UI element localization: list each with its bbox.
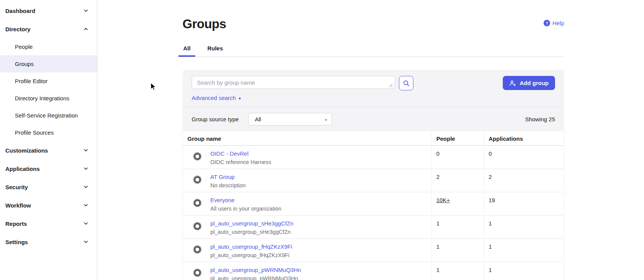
showing-count: Showing 25 [525, 116, 555, 122]
advanced-search-link[interactable]: Advanced search [192, 95, 413, 107]
group-description: OIDC reference Harness [210, 159, 271, 165]
group-icon [192, 151, 202, 161]
table-row: pl_auto_usergroup_fHqZKzX9Fi pl_auto_use… [183, 239, 564, 262]
chevron-down-icon [83, 203, 89, 208]
column-header-applications: Applications [484, 131, 564, 145]
tab-all[interactable]: All [182, 45, 191, 56]
group-description: pl_auto_usergroup_pWRNMuQ3Hn [210, 275, 301, 280]
sidebar-item-label: People [15, 43, 33, 50]
help-label: Help [552, 20, 564, 26]
sidebar-item-reports[interactable]: Reports [0, 214, 97, 233]
applications-count: 1 [484, 262, 564, 280]
applications-count: 19 [484, 192, 564, 215]
sidebar-item-label: Directory Integrations [15, 95, 69, 101]
people-count: 1 [432, 216, 484, 238]
advanced-search-label: Advanced search [192, 95, 236, 101]
sidebar-item-label: Reports [5, 220, 27, 227]
sidebar-item-label: Dashboard [5, 8, 35, 14]
search-button[interactable] [399, 76, 413, 90]
applications-count: 1 [484, 239, 564, 262]
chevron-down-icon [83, 239, 89, 245]
sidebar-item-security[interactable]: Security [0, 178, 97, 196]
people-count: 1 [432, 262, 484, 280]
group-source-type-label: Group source type [192, 116, 239, 122]
group-description: No description [210, 182, 246, 188]
sidebar-item-profile-sources[interactable]: Profile Sources [0, 124, 97, 141]
sidebar-item-directory[interactable]: Directory [0, 20, 97, 38]
sidebar-item-label: Profile Sources [15, 129, 54, 136]
sidebar-item-label: Workflow [5, 202, 31, 209]
search-input[interactable] [192, 76, 395, 89]
add-group-label: Add group [520, 80, 549, 86]
table-row: AT Group No description 2 2 [183, 169, 564, 192]
people-count: 0 [432, 146, 484, 169]
table-row: OIDC - DevRel OIDC reference Harness 0 0 [183, 146, 564, 169]
column-header-group-name: Group name [183, 131, 432, 145]
sidebar-item-customizations[interactable]: Customizations [0, 141, 97, 159]
question-mark-icon: ? [544, 20, 550, 26]
group-name-link[interactable]: pl_auto_usergroup_sHe3ggCfZn [210, 220, 294, 227]
chevron-down-icon [83, 8, 89, 13]
group-name-link[interactable]: AT Group [210, 174, 246, 180]
group-icon [192, 198, 202, 208]
help-link[interactable]: ? Help [544, 20, 564, 26]
group-name-link[interactable]: pl_auto_usergroup_fHqZKzX9Fi [210, 243, 292, 250]
sidebar-item-dashboard[interactable]: Dashboard [0, 2, 97, 20]
chevron-down-icon [83, 148, 89, 153]
group-source-type-select[interactable]: All [248, 113, 332, 126]
table-row: pl_auto_usergroup_sHe3ggCfZn pl_auto_use… [183, 216, 564, 239]
group-name-link[interactable]: Everyone [210, 197, 281, 203]
group-description: pl_auto_usergroup_fHqZKzX9Fi [210, 252, 292, 258]
group-name-link[interactable]: pl_auto_usergroup_pWRNMuQ3Hn [210, 267, 301, 273]
table-row: pl_auto_usergroup_pWRNMuQ3Hn pl_auto_use… [183, 262, 564, 280]
sidebar-item-label: Groups [15, 61, 34, 67]
column-header-people: People [432, 131, 484, 145]
group-icon [192, 268, 202, 278]
sidebar-item-self-service-registration[interactable]: Self-Service Registration [0, 107, 97, 124]
main-area: ? Help Groups All Rules [98, 0, 644, 280]
chevron-down-icon [83, 184, 89, 190]
page-title: Groups [182, 17, 564, 31]
tab-label: All [183, 45, 190, 51]
group-description: All users in your organization [210, 206, 281, 212]
table-row: Everyone All users in your organization … [183, 192, 564, 216]
people-count: 10K+ [432, 192, 484, 215]
groups-table: Group name People Applications OIDC - De… [182, 131, 564, 280]
chevron-up-icon [83, 26, 89, 32]
group-icon [192, 175, 202, 185]
tab-bar: All Rules [182, 45, 564, 57]
sidebar: Dashboard Directory People Groups Profil… [0, 0, 97, 280]
group-icon [192, 221, 202, 231]
sidebar-item-applications[interactable]: Applications [0, 159, 97, 178]
search-icon [403, 80, 410, 87]
chevron-down-icon [83, 166, 89, 171]
table-header-row: Group name People Applications [183, 131, 564, 146]
add-group-button[interactable]: Add group [503, 76, 555, 90]
select-value: All [255, 116, 261, 122]
chevron-down-icon [83, 221, 89, 226]
sidebar-item-people[interactable]: People [0, 38, 97, 55]
group-name-link[interactable]: OIDC - DevRel [210, 150, 271, 157]
group-icon [192, 245, 202, 254]
tab-rules[interactable]: Rules [207, 45, 224, 56]
sidebar-item-groups[interactable]: Groups [0, 55, 97, 72]
caret-down-icon [325, 116, 327, 122]
sidebar-item-settings[interactable]: Settings [0, 233, 97, 251]
applications-count: 0 [484, 146, 564, 169]
sidebar-item-label: Self-Service Registration [15, 112, 78, 119]
sidebar-item-label: Security [5, 184, 28, 190]
sidebar-item-label: Settings [5, 239, 28, 245]
caret-down-icon [239, 95, 241, 101]
sidebar-item-profile-editor[interactable]: Profile Editor [0, 72, 97, 90]
sidebar-item-label: Customizations [5, 147, 48, 154]
sidebar-item-label: Directory [5, 26, 31, 32]
add-user-icon [509, 80, 516, 87]
people-count: 2 [432, 169, 484, 192]
applications-count: 1 [484, 216, 564, 238]
sidebar-item-directory-integrations[interactable]: Directory Integrations [0, 90, 97, 107]
tab-label: Rules [207, 45, 223, 51]
people-count: 1 [432, 239, 484, 262]
applications-count: 2 [484, 169, 564, 192]
sidebar-item-workflow[interactable]: Workflow [0, 196, 97, 214]
group-description: pl_auto_usergroup_sHe3ggCfZn [210, 229, 294, 235]
